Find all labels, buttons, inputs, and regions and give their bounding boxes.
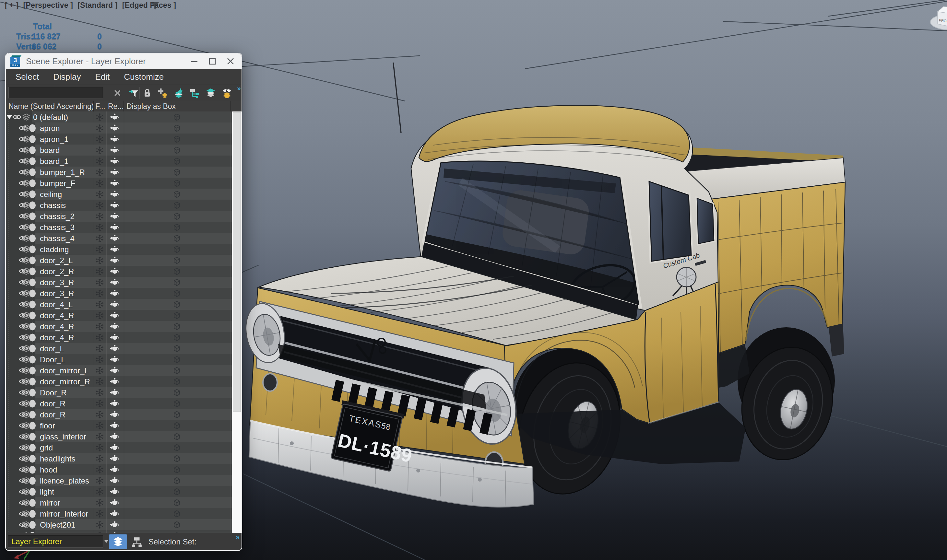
display-as-box-cube-icon[interactable] <box>173 521 181 529</box>
renderable-teapot-icon[interactable] <box>109 235 119 242</box>
renderable-teapot-icon[interactable] <box>109 125 119 132</box>
object-row[interactable]: door_4_R <box>6 310 242 321</box>
item-name[interactable]: door_4_R <box>40 333 74 342</box>
viewport-label-segment-2[interactable]: [Standard ] <box>77 1 118 10</box>
freeze-snowflake-icon[interactable] <box>95 432 104 441</box>
item-name[interactable]: chassis_4 <box>40 234 75 243</box>
layer-stack-icon[interactable] <box>22 190 31 198</box>
item-name[interactable]: board <box>40 146 60 155</box>
freeze-snowflake-icon[interactable] <box>95 190 104 198</box>
display-as-box-cube-icon[interactable] <box>173 345 181 352</box>
layer-list[interactable]: 0 (default) <box>6 111 242 533</box>
item-name[interactable]: board_1 <box>40 157 68 166</box>
layer-stack-icon[interactable] <box>22 311 31 320</box>
display-as-box-cube-icon[interactable] <box>173 499 181 507</box>
layer-stack-icon[interactable] <box>22 256 31 265</box>
freeze-snowflake-icon[interactable] <box>95 179 104 187</box>
item-name[interactable]: door_L <box>40 344 64 353</box>
object-row[interactable]: apron_1 <box>6 134 242 145</box>
layer-stack-icon[interactable] <box>22 389 31 397</box>
object-row[interactable]: door_2_R <box>6 266 242 277</box>
renderable-teapot-icon[interactable] <box>109 312 119 320</box>
layer-stack-icon[interactable] <box>22 201 31 209</box>
sort-by-hierarchy-button[interactable] <box>130 534 144 549</box>
display-as-box-cube-icon[interactable] <box>173 157 181 165</box>
expand-arrow-icon[interactable] <box>6 115 12 119</box>
freeze-snowflake-icon[interactable] <box>95 389 104 397</box>
column-renderable[interactable]: Re... <box>106 101 124 111</box>
renderable-teapot-icon[interactable] <box>109 290 119 297</box>
search-input[interactable] <box>8 87 103 98</box>
object-row[interactable]: apron <box>6 123 242 134</box>
renderable-teapot-icon[interactable] <box>109 135 119 143</box>
item-name[interactable]: glass_interior <box>40 432 86 442</box>
renderable-teapot-icon[interactable] <box>109 488 119 496</box>
object-row[interactable]: licence_plates <box>6 475 242 486</box>
column-frozen[interactable]: F... <box>94 101 106 111</box>
display-as-box-cube-icon[interactable] <box>173 488 181 496</box>
display-as-box-cube-icon[interactable] <box>173 311 181 320</box>
layer-stack-icon[interactable] <box>22 400 31 408</box>
freeze-snowflake-icon[interactable] <box>95 355 104 364</box>
item-name[interactable]: door_3_R <box>40 289 74 298</box>
menu-display[interactable]: Display <box>53 72 81 82</box>
item-name[interactable]: mirror_interior <box>40 509 88 518</box>
object-row[interactable]: door_4_R <box>6 332 242 343</box>
item-name[interactable]: 0 (default) <box>33 113 68 122</box>
object-row[interactable]: door_3_R <box>6 288 242 299</box>
viewcube[interactable]: FRONT <box>930 6 947 30</box>
layer-stack-icon[interactable] <box>22 245 31 254</box>
layer-stack-icon[interactable] <box>22 411 31 419</box>
display-as-box-cube-icon[interactable] <box>173 179 181 187</box>
layer-stack-icon[interactable] <box>22 300 31 309</box>
object-row[interactable]: door_mirror_L <box>6 365 242 376</box>
maximize-button[interactable] <box>203 54 222 69</box>
display-as-box-cube-icon[interactable] <box>173 113 181 121</box>
renderable-teapot-icon[interactable] <box>109 157 119 165</box>
freeze-snowflake-icon[interactable] <box>95 510 104 518</box>
menubar[interactable]: SelectDisplayEditCustomize <box>6 69 242 85</box>
scrollbar-thumb[interactable] <box>233 112 241 412</box>
renderable-teapot-icon[interactable] <box>109 268 119 275</box>
explorer-type-dropdown[interactable]: Layer Explorer <box>8 535 103 548</box>
layer-stack-icon[interactable] <box>22 377 31 386</box>
display-as-box-cube-icon[interactable] <box>173 477 181 485</box>
object-row[interactable]: floor <box>6 420 242 431</box>
renderable-teapot-icon[interactable] <box>109 510 119 518</box>
object-row[interactable]: door_3_R <box>6 277 242 288</box>
object-row[interactable]: chassis_3 <box>6 222 242 233</box>
layer-stack-icon[interactable] <box>22 223 31 231</box>
sort-by-layer-button[interactable] <box>109 534 127 549</box>
item-name[interactable]: Door_R <box>40 388 67 397</box>
clear-search-icon[interactable] <box>112 88 123 98</box>
display-as-box-cube-icon[interactable] <box>173 400 181 408</box>
dropdown-arrow-icon[interactable] <box>105 540 108 543</box>
layer-stack-icon[interactable] <box>22 278 31 286</box>
display-as-box-cube-icon[interactable] <box>173 300 181 309</box>
display-as-box-cube-icon[interactable] <box>173 245 181 254</box>
minimize-button[interactable] <box>185 54 203 69</box>
display-as-box-cube-icon[interactable] <box>173 323 181 331</box>
renderable-teapot-icon[interactable] <box>109 411 119 419</box>
display-as-box-cube-icon[interactable] <box>173 278 181 286</box>
display-as-box-cube-icon[interactable] <box>173 124 181 132</box>
item-name[interactable]: apron_1 <box>40 135 68 144</box>
object-row[interactable]: door_R <box>6 409 242 420</box>
layer-stack-icon[interactable] <box>22 157 31 165</box>
object-row[interactable]: bumper_F <box>6 178 242 189</box>
item-name[interactable]: door_4_R <box>40 322 74 331</box>
freeze-snowflake-icon[interactable] <box>95 311 104 320</box>
item-name[interactable]: grid <box>40 443 53 452</box>
freeze-snowflake-icon[interactable] <box>95 377 104 386</box>
object-row[interactable]: board_1 <box>6 155 242 166</box>
renderable-teapot-icon[interactable] <box>109 146 119 154</box>
layer-stack-icon[interactable] <box>22 289 31 297</box>
item-name[interactable]: bumper_1_R <box>40 168 85 177</box>
display-as-box-cube-icon[interactable] <box>173 234 181 242</box>
renderable-teapot-icon[interactable] <box>109 400 119 408</box>
column-display-as-box[interactable]: Display as Box <box>124 101 231 111</box>
layer-stack-icon[interactable] <box>22 168 31 176</box>
display-as-box-cube-icon[interactable] <box>173 223 181 231</box>
renderable-teapot-icon[interactable] <box>109 202 119 209</box>
freeze-snowflake-icon[interactable] <box>95 521 104 529</box>
